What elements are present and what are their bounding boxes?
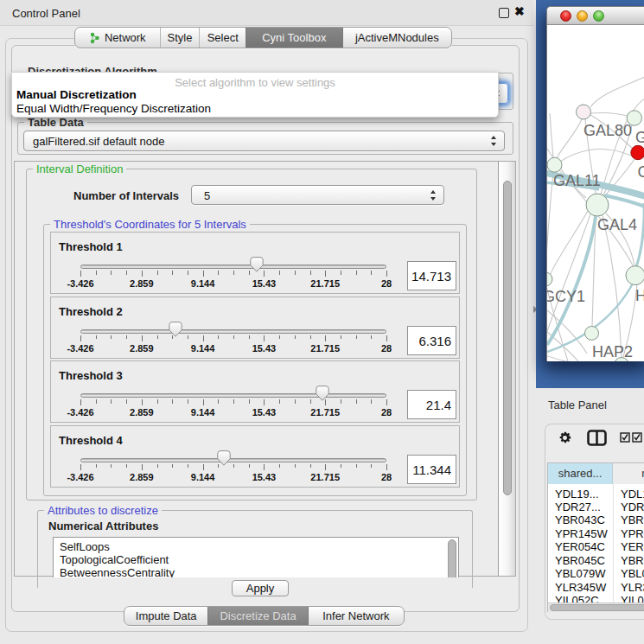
algorithm-placeholder-option[interactable]: Select algorithm to view settings [12,76,498,89]
tab-jactivemnodules[interactable]: jActiveMNodules [342,28,451,48]
table-row[interactable]: YER054C YER0 [548,538,644,551]
node-table[interactable]: shared... na YDL19... YDL1YDR27... YDR2Y… [547,462,644,612]
threshold-slider-thumb[interactable] [316,386,329,401]
close-icon[interactable]: ✖ [514,4,525,18]
checkbox-icon[interactable] [632,432,642,443]
attribute-list-item[interactable]: BetweennessCentrality [54,566,458,577]
settings-scrollbar-thumb[interactable] [503,181,512,495]
table-row[interactable]: YIL052C YIL0 [548,591,644,603]
column-header-name[interactable]: na [613,463,644,484]
tab-jactivemnodules-label: jActiveMNodules [355,31,439,44]
table-row[interactable]: YBL079W YBL0 [548,564,644,577]
settings-scrollpane: Interval Definition Number of Intervals … [14,161,516,577]
slider-minor-tick [279,464,280,469]
tab-infer-network[interactable]: Infer Network [308,607,404,625]
slider-minor-tick [356,464,357,469]
window-close-icon[interactable] [560,10,571,22]
threshold-slider-thumb[interactable] [217,450,231,466]
number-of-intervals-label: Number of Intervals [73,189,179,202]
threshold-value-field[interactable]: 6.316 [407,326,456,355]
gear-icon[interactable] [558,430,572,445]
network-edge-highlighted [547,216,596,345]
network-node[interactable] [631,145,644,159]
table-row[interactable]: YDL19... YDL1 [548,484,644,497]
tab-discretize-data[interactable]: Discretize Data [207,607,307,625]
table-body: YDL19... YDL1YDR27... YDR2YBR043C YBR0YP… [548,484,644,603]
threshold-slider-thumb[interactable] [169,322,182,337]
attribute-list-item[interactable]: SelfLoops [54,540,458,553]
node-label: H [635,287,644,305]
tab-discretize-data-label: Discretize Data [220,609,296,622]
slider-tick-label: 21.715 [310,472,340,482]
attribute-list-item[interactable]: TopologicalCoefficient [54,553,458,566]
network-window[interactable]: GAL80GACGAL11GAL4GCY1HHAP2 [546,6,644,361]
slider-tick-label: 2.859 [130,407,154,418]
network-node[interactable] [586,194,609,216]
threshold-block-2: Threshold 2 -3.4262.8599.14415.4321.7152… [50,296,460,359]
slider-minor-tick [172,464,173,469]
threshold-slider-track[interactable] [80,393,386,398]
threshold-value-field[interactable]: 21.4 [407,390,456,419]
table-row[interactable]: YBR045C YBR0 [548,551,644,564]
window-minimize-icon[interactable] [577,10,588,22]
tab-style[interactable]: Style [160,28,200,48]
slider-minor-tick [218,399,219,404]
algorithm-option-manual[interactable]: Manual Discretization [16,88,137,101]
network-node[interactable] [626,266,644,285]
slider-minor-tick [111,335,112,340]
tab-impute-data[interactable]: Impute Data [124,607,207,625]
table-data-combobox-value: galFiltered.sif default node [33,135,164,148]
slider-tick-label: -3.426 [67,278,93,289]
slider-minor-tick [126,271,127,275]
slider-minor-tick [172,399,173,404]
checkbox-icon[interactable] [620,432,630,443]
numerical-attributes-label: Numerical Attributes [48,520,158,532]
window-zoom-icon[interactable] [593,10,604,22]
control-panel-title: Control Panel [12,7,80,20]
slider-tick-label: 2.859 [130,278,154,289]
column-header-shared-name[interactable]: shared... [548,463,613,484]
float-window-icon[interactable] [499,8,509,18]
node-label: GAL80 [583,122,632,140]
slider-minor-tick [96,399,97,404]
cell-shared-name: YIL052C [555,594,599,603]
network-window-titlebar[interactable] [547,7,644,25]
slider-major-tick [80,399,81,405]
table-row[interactable]: YBR043C YBR0 [548,511,644,524]
network-node[interactable] [547,157,562,172]
number-of-intervals-combobox[interactable]: 5 [191,185,444,205]
table-row[interactable]: YDR27... YDR2 [548,497,644,510]
tab-network-label: Network [105,31,146,44]
network-node[interactable] [577,105,591,119]
slider-major-tick [142,464,143,470]
threshold-slider-track[interactable] [80,329,386,334]
tab-cyni-toolbox[interactable]: Cyni Toolbox [245,28,341,48]
tab-network[interactable]: Network [75,28,160,48]
apply-button[interactable]: Apply [232,580,289,596]
interval-definition-group-title: Interval Definition [33,163,126,175]
threshold-value-field[interactable]: 11.344 [407,455,456,484]
cell-name: YIL0 [621,594,644,603]
attributes-list-scrollbar[interactable] [448,539,456,577]
algorithm-option-equal-width[interactable]: Equal Width/Frequency Discretization [16,102,211,115]
table-row[interactable]: YPR145W YPR1 [548,524,644,537]
table-hscrollbar-thumb[interactable] [550,604,644,611]
network-node[interactable] [547,272,552,286]
settings-scrollbar-track[interactable] [498,162,515,576]
split-table-icon[interactable] [587,430,607,446]
threshold-slider-track[interactable] [80,265,386,269]
threshold-slider-thumb[interactable] [250,257,264,272]
node-label: GCY1 [547,288,585,306]
tab-select[interactable]: Select [199,28,245,48]
network-node[interactable] [585,326,599,340]
table-row[interactable]: YLR345W YLR3 [548,577,644,590]
table-data-combobox[interactable]: galFiltered.sif default node [23,131,505,151]
network-canvas[interactable]: GAL80GACGAL11GAL4GCY1HHAP2 [547,25,644,361]
table-toolbar [545,430,644,454]
numerical-attributes-list[interactable]: SelfLoopsTopologicalCoefficientBetweenne… [53,537,459,577]
slider-major-tick [325,464,326,470]
threshold-value-field[interactable]: 14.713 [407,261,456,290]
node-label: GA [635,129,644,147]
threshold-slider-track[interactable] [80,458,386,462]
slider-tick-label: 15.43 [252,472,277,482]
